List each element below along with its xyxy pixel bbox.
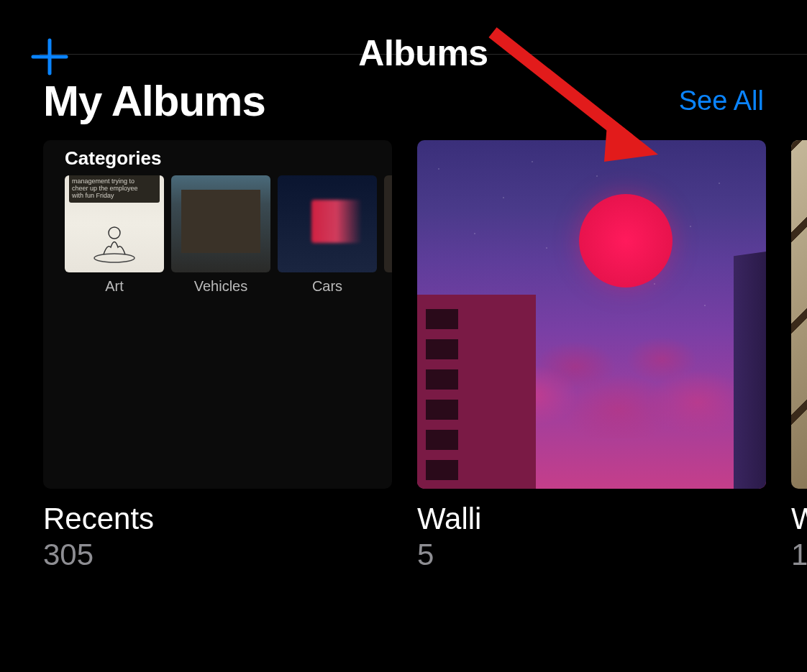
categories-label: Categories — [43, 140, 392, 175]
category-label: Cars — [312, 278, 342, 295]
album-title: W — [791, 502, 807, 536]
category-label: Vehicles — [194, 278, 248, 295]
add-album-button[interactable] — [29, 36, 70, 80]
albums-row[interactable]: Categories management trying tocheer up … — [0, 140, 807, 572]
category-item-partial — [384, 175, 392, 295]
svg-point-3 — [109, 227, 120, 239]
album-cover — [417, 140, 766, 489]
album-recents[interactable]: Categories management trying tocheer up … — [43, 140, 392, 572]
building-decoration — [417, 295, 536, 489]
category-thumb-art: management trying tocheer up the employe… — [65, 175, 164, 272]
album-count: 305 — [43, 538, 392, 572]
album-count: 1 — [791, 538, 807, 572]
page-title: Albums — [358, 32, 488, 74]
category-item: management trying tocheer up the employe… — [65, 175, 164, 295]
sun-decoration — [579, 194, 672, 287]
album-partial[interactable]: W 1 — [791, 140, 807, 572]
section-title: My Albums — [43, 76, 265, 126]
album-count: 5 — [417, 538, 766, 572]
category-item: Cars — [278, 175, 377, 295]
art-sketch-icon — [86, 215, 143, 265]
album-cover — [791, 140, 807, 489]
svg-point-2 — [94, 254, 134, 262]
header-bar: Albums — [40, 0, 807, 55]
category-thumb-cars — [278, 175, 377, 272]
album-title: Walli — [417, 502, 766, 536]
category-label: Art — [105, 278, 124, 295]
album-title: Recents — [43, 502, 392, 536]
categories-grid: management trying tocheer up the employe… — [43, 175, 392, 295]
art-caption: management trying tocheer up the employe… — [72, 178, 138, 200]
building-decoration — [734, 252, 766, 489]
album-cover: Categories management trying tocheer up … — [43, 140, 392, 489]
category-item: Vehicles — [171, 175, 270, 295]
see-all-link[interactable]: See All — [679, 86, 764, 116]
album-walli[interactable]: Walli 5 — [417, 140, 766, 572]
category-thumb-vehicles — [171, 175, 270, 272]
plus-icon — [29, 36, 70, 78]
